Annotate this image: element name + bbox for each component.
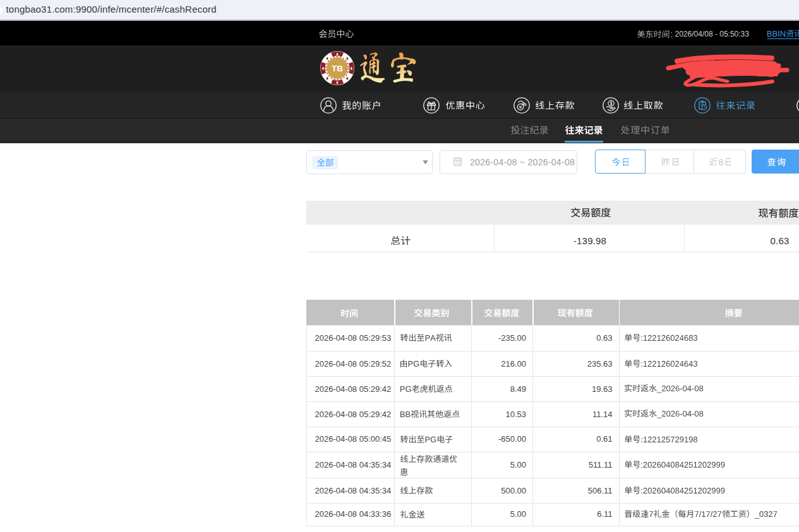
svg-text:TB: TB xyxy=(332,63,343,73)
